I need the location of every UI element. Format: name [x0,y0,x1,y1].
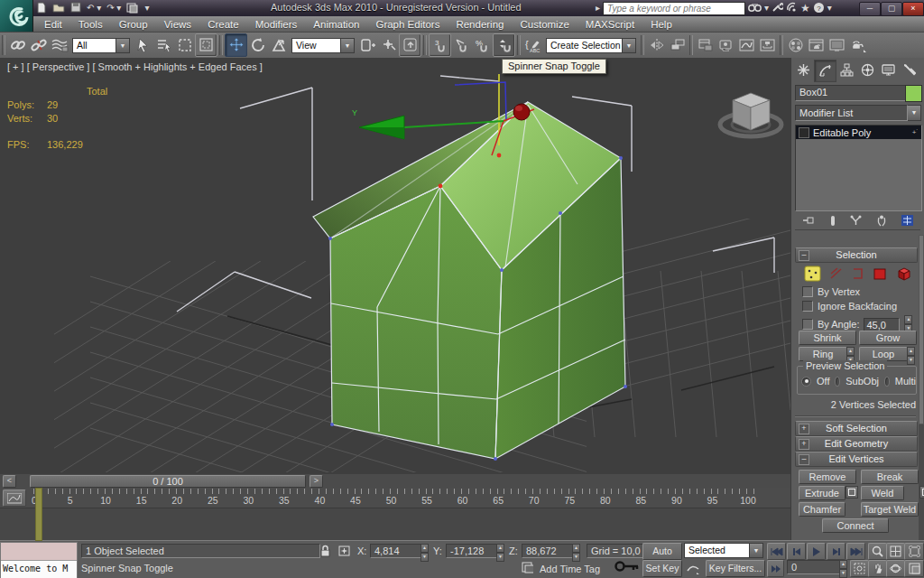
select-and-manipulate-icon[interactable] [378,34,399,56]
x-coordinate-field[interactable]: 4,814 [370,544,422,558]
search-expand-icon[interactable]: ▸ [596,2,600,14]
application-menu-button[interactable] [0,0,33,32]
remove-button[interactable]: Remove [799,470,856,484]
remove-modifier-icon[interactable] [876,215,887,228]
open-file-icon[interactable] [52,2,65,15]
y-coordinate-field[interactable]: -17,128 [446,544,498,558]
time-slider-playhead[interactable] [35,488,42,541]
grow-button[interactable]: Grow [859,331,917,345]
next-frame-arrow[interactable]: > [310,475,323,488]
absolute-offset-mode-icon[interactable] [337,545,351,559]
rollout-selection-header[interactable]: – Selection [795,247,918,263]
orbit-button[interactable] [886,560,905,577]
listener-output[interactable]: Welcome to M [1,561,77,578]
extrude-button[interactable]: Extrude [799,486,845,500]
viewport-label[interactable]: [ + ] [ Perspective ] [ Smooth + Highlig… [7,61,263,72]
tab-create-icon[interactable] [793,60,814,80]
rectangular-selection-region-icon[interactable] [174,34,195,56]
panel-scrollbar-thumb[interactable] [919,235,924,424]
maximize-viewport-toggle-button[interactable] [904,560,924,577]
select-and-rotate-icon[interactable] [247,34,268,56]
configure-modifier-sets-icon[interactable] [901,215,913,228]
zoom-all-button[interactable] [886,543,905,560]
time-slider-track[interactable]: < 0 / 100 > [0,474,790,489]
object-color-swatch[interactable] [905,85,922,102]
current-frame-field[interactable]: 0 [787,560,841,574]
keyboard-shortcut-override-icon[interactable] [399,33,421,57]
connect-button[interactable]: Connect [822,518,889,533]
ring-button[interactable]: Ring [799,347,847,361]
stack-item-editable-poly[interactable]: Editable Poly +˙ [796,126,921,139]
menu-modifiers[interactable]: Modifiers [247,18,306,31]
subscription-wrench-icon[interactable] [772,2,783,14]
search-binoculars-icon[interactable] [748,2,762,14]
select-by-name-icon[interactable] [153,34,174,56]
search-options-icon[interactable]: ▾ [764,2,769,14]
rollout-soft-selection-header[interactable]: + Soft Selection [795,421,918,436]
pin-stack-icon[interactable] [802,215,815,228]
go-to-end-button[interactable] [846,543,865,560]
key-filter-dropdown[interactable]: Selected ▼ [684,543,763,558]
angle-value-field[interactable]: 45,0 [864,318,900,331]
menu-tools[interactable]: Tools [70,18,111,31]
go-to-start-button[interactable] [767,543,786,560]
preview-subobj-radio[interactable] [835,377,840,387]
by-vertex-checkbox-row[interactable]: By Vertex [802,286,860,297]
x-spinner[interactable]: ▲▼ [420,544,429,562]
previous-frame-button[interactable] [787,543,806,560]
z-spinner[interactable]: ▲▼ [572,544,580,562]
set-key-button[interactable]: Set Key [642,560,682,577]
menu-graph-editors[interactable]: Graph Editors [367,18,448,31]
quick-access-expand-icon[interactable]: ▾ [144,2,149,15]
undo-icon[interactable]: ↶ ▾ [87,2,101,15]
z-coordinate-field[interactable]: 88,672 [522,544,574,558]
material-editor-icon[interactable] [785,34,806,56]
curve-editor-icon[interactable] [736,34,757,56]
chamfer-button[interactable]: Chamfer [799,502,845,517]
redo-icon[interactable]: ↷ ▾ [106,2,121,15]
extrude-settings-icon[interactable] [845,486,858,499]
select-and-move-icon[interactable] [225,33,247,57]
render-production-icon[interactable] [847,34,868,56]
communication-satellite-icon[interactable] [786,2,798,14]
tab-hierarchy-icon[interactable] [836,60,857,80]
help-options-icon[interactable]: ▾ [827,2,832,14]
new-file-icon[interactable] [36,2,47,15]
menu-maxscript[interactable]: MAXScript [578,18,642,31]
default-in-out-tangent-icon[interactable] [686,561,700,576]
rollout-edit-vertices-header[interactable]: – Edit Vertices [795,452,918,467]
element-subobject-icon[interactable] [895,266,911,284]
key-mode-toggle-button[interactable] [767,560,784,577]
close-button[interactable]: × [902,2,924,16]
rollout-edit-geometry-header[interactable]: + Edit Geometry [795,436,918,452]
align-icon[interactable] [667,34,688,56]
polygon-subobject-icon[interactable] [873,266,887,283]
object-name-field[interactable]: Box01 [795,85,909,101]
angle-snap-toggle-icon[interactable] [451,34,472,56]
menu-views[interactable]: Views [156,18,199,31]
modifier-stack[interactable]: Editable Poly +˙ [795,125,922,211]
select-and-scale-icon[interactable] [268,34,289,56]
vertex-subobject-icon[interactable] [804,266,821,284]
percent-snap-toggle-icon[interactable]: % [472,34,493,56]
field-of-view-button[interactable] [850,560,869,577]
perspective-viewport[interactable]: Y [ + ] [ Perspective ] [ Smooth + Highl… [0,58,790,477]
spinner-snap-toggle-icon[interactable] [493,33,515,57]
ignore-backfacing-checkbox-row[interactable]: Ignore Backfacing [802,301,897,312]
next-frame-button[interactable] [827,543,845,560]
rendered-frame-window-icon[interactable] [827,34,847,56]
selection-filter-dropdown[interactable]: All ▼ [72,38,130,53]
bind-to-space-warp-icon[interactable] [49,34,69,56]
menu-help[interactable]: Help [642,18,680,31]
selection-lock-icon[interactable] [319,545,331,559]
subobject-expand-icon[interactable]: +˙ [912,128,919,136]
border-subobject-icon[interactable] [851,266,864,283]
menu-customize[interactable]: Customize [512,18,577,31]
minimize-button[interactable]: ─ [859,2,881,16]
zoom-button[interactable] [868,543,887,560]
favorites-star-icon[interactable]: ★ [800,2,810,14]
modifier-list-dropdown[interactable]: Modifier List ▼ [795,105,921,121]
unlink-selection-icon[interactable] [28,34,49,56]
checkbox-icon[interactable] [802,301,813,312]
key-filters-button[interactable]: Key Filters... [706,560,765,577]
